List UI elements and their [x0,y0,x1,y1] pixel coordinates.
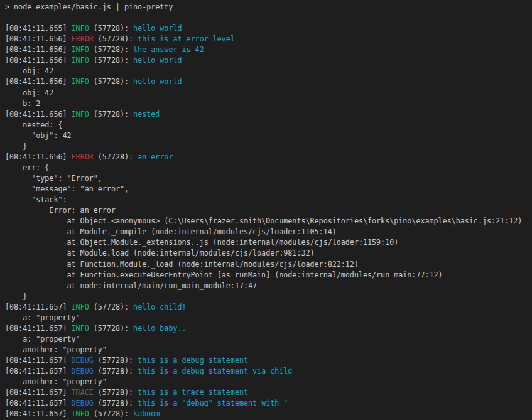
log-detail-text: a: "property" [5,335,80,343]
log-pid: (57728): [94,388,138,397]
log-detail-text: obj: 42 [5,89,53,97]
log-pid: (57728): [94,35,138,43]
log-detail-text: a: "property" [5,313,80,322]
log-detail-text: at node:internal/main/run_main_module:17… [5,281,257,290]
log-level: TRACE [72,388,94,397]
log-timestamp: [08:41:11.656] [5,77,72,86]
log-detail-text: "type": "Error", [5,174,102,183]
terminal-line: nested: { [5,120,532,131]
blank-line [5,13,9,22]
log-timestamp: [08:41:11.656] [5,153,72,161]
log-pid: (57728): [89,77,133,86]
log-timestamp: [08:41:11.657] [5,356,72,365]
terminal-line: at Module._compile (node:internal/module… [5,227,532,237]
terminal-line: > node examples/basic.js | pino-pretty [5,2,532,13]
log-pid: (57728): [89,45,133,54]
terminal-line: another: "property" [5,345,532,355]
log-pid: (57728): [89,324,133,333]
terminal-line: [08:41:11.657] DEBUG (57728): this is a … [5,366,532,377]
log-level: INFO [72,45,89,54]
log-message: hello baby.. [133,324,186,333]
log-level: DEBUG [72,367,94,375]
log-timestamp: [08:41:11.656] [5,110,72,119]
terminal-line: [08:41:11.657] INFO (57728): hello baby.… [5,323,532,334]
terminal-line: obj: 42 [5,66,532,77]
log-pid: (57728): [94,399,138,407]
log-detail-text: at Module.load (node:internal/modules/cj… [5,249,315,257]
log-detail-text: b: 2 [5,99,40,108]
terminal-output: > node examples/basic.js | pino-pretty [… [5,2,532,419]
log-message: this is at error level [138,35,235,43]
log-message: hello world [133,24,182,33]
log-level: INFO [72,77,89,86]
log-detail-text: "obj": 42 [5,131,72,140]
terminal-line: at Function.Module._load (node:internal/… [5,259,532,270]
terminal-line: "message": "an error", [5,184,532,195]
log-timestamp: [08:41:11.655] [5,24,72,33]
log-detail-text: "message": "an error", [5,185,129,193]
terminal-line: at node:internal/main/run_main_module:17… [5,281,532,291]
log-pid: (57728): [94,153,138,161]
log-timestamp: [08:41:11.656] [5,35,72,43]
log-message: kaboom [133,409,160,418]
log-message: nested [133,110,160,119]
log-level: DEBUG [72,399,94,407]
terminal-line: [08:41:11.657] INFO (57728): hello child… [5,302,532,313]
log-message: hello world [133,77,182,86]
log-level: INFO [72,324,89,333]
log-message: the answer is 42 [133,45,204,54]
terminal-line: [08:41:11.656] ERROR (57728): this is at… [5,34,532,45]
log-message: this is a "debug" statement with " [138,399,288,407]
log-timestamp: [08:41:11.657] [5,399,72,407]
log-detail-text: at Module._compile (node:internal/module… [5,227,337,236]
log-timestamp: [08:41:11.656] [5,56,72,65]
log-level: INFO [72,303,89,311]
terminal-line: } [5,291,532,302]
log-timestamp: [08:41:11.657] [5,303,72,311]
terminal-line: [08:41:11.656] ERROR (57728): an error [5,152,532,163]
log-pid: (57728): [89,24,133,33]
terminal-line [5,13,532,23]
command-text: > node examples/basic.js | pino-pretty [5,3,173,11]
log-message: this is a trace statement [138,388,248,397]
terminal-line: [08:41:11.657] TRACE (57728): this is a … [5,387,532,398]
log-detail-text: err: { [5,163,49,172]
log-level: ERROR [72,35,94,43]
log-timestamp: [08:41:11.657] [5,367,72,375]
log-level: INFO [72,24,89,33]
log-level: DEBUG [72,356,94,365]
log-pid: (57728): [89,303,133,311]
log-detail-text: "stack": [5,195,67,204]
terminal-line: Error: an error [5,205,532,216]
terminal-line: a: "property" [5,334,532,345]
terminal-line: "type": "Error", [5,173,532,184]
terminal-line: obj: 42 [5,88,532,99]
log-timestamp: [08:41:11.656] [5,45,72,54]
log-detail-text: another: "property" [5,377,107,386]
log-detail-text: obj: 42 [5,67,53,75]
terminal-line: b: 2 [5,99,532,109]
terminal-line: [08:41:11.656] INFO (57728): nested [5,109,532,120]
log-message: hello child! [133,303,186,311]
log-detail-text: at Object.<anonymous> (C:\Users\frazer.s… [5,217,522,225]
terminal-line: [08:41:11.657] DEBUG (57728): this is a … [5,398,532,409]
terminal-line: "stack": [5,195,532,205]
terminal-line: at Module.load (node:internal/modules/cj… [5,248,532,259]
log-detail-text: Error: an error [5,206,116,215]
terminal-line: [08:41:11.655] INFO (57728): hello world [5,23,532,34]
log-detail-text: another: "property" [5,345,107,354]
terminal-window: > node examples/basic.js | pino-pretty [… [0,0,532,420]
log-level: INFO [72,409,89,418]
log-timestamp: [08:41:11.657] [5,324,72,333]
terminal-line: at Function.executeUserEntryPoint [as ru… [5,270,532,281]
log-timestamp: [08:41:11.657] [5,409,72,418]
terminal-line: "obj": 42 [5,131,532,141]
log-detail-text: at Object.Module._extensions..js (node:i… [5,238,398,247]
terminal-line: at Object.Module._extensions..js (node:i… [5,237,532,248]
log-message: this is a debug statement [138,356,248,365]
log-timestamp: [08:41:11.657] [5,388,72,397]
terminal-line: [08:41:11.657] DEBUG (57728): this is a … [5,355,532,366]
terminal-line: [08:41:11.656] INFO (57728): hello world [5,77,532,87]
terminal-line: [08:41:11.656] INFO (57728): hello world [5,55,532,66]
terminal-line: } [5,141,532,152]
